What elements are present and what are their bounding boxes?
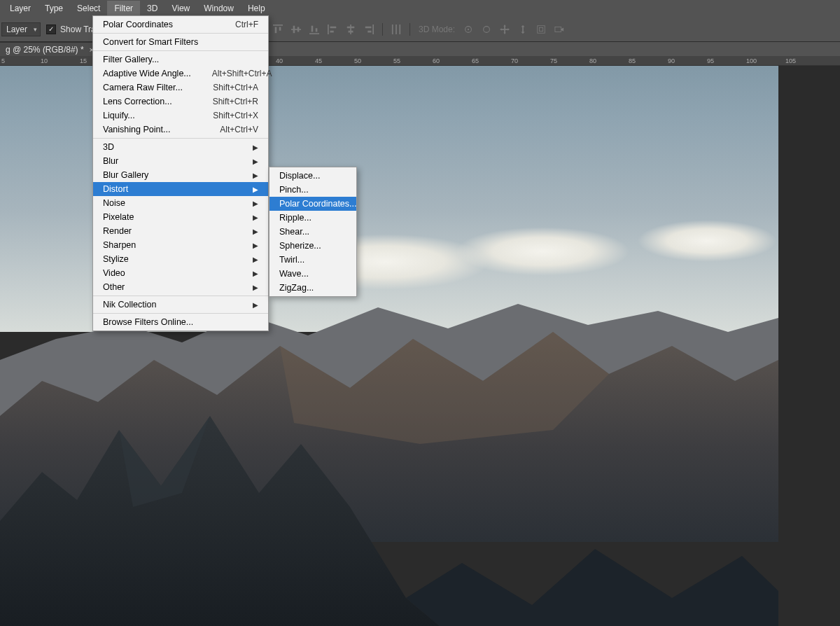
menu-item-label: Pixelate	[103, 212, 134, 222]
separator	[382, 23, 383, 36]
menu-item-browse-filters-online[interactable]: Browse Filters Online...	[93, 315, 268, 329]
distribute-icon[interactable]	[391, 25, 401, 34]
svg-rect-4	[539, 27, 542, 31]
menu-separator	[93, 138, 268, 139]
menu-item-label: Blur Gallery	[103, 170, 148, 180]
align-vcenter-icon[interactable]	[291, 25, 301, 34]
document-tab[interactable]: g @ 25% (RGB/8#) * ×	[0, 42, 102, 57]
menu-item-nik-collection[interactable]: Nik Collection▶	[93, 298, 268, 312]
mode-label: 3D Mode:	[419, 25, 455, 34]
menu-help[interactable]: Help	[241, 1, 272, 16]
ruler-tick: 40	[276, 57, 283, 64]
menu-item-camera-raw-filter[interactable]: Camera Raw Filter...Shift+Ctrl+A	[93, 81, 268, 95]
menu-item-distort[interactable]: Distort▶	[93, 182, 268, 196]
menu-view[interactable]: View	[164, 1, 197, 16]
menu-item-label: Camera Raw Filter...	[103, 83, 183, 92]
menu-item-polar-coordinates[interactable]: Polar Coordinates...	[270, 197, 356, 211]
align-top-icon[interactable]	[273, 25, 283, 34]
menu-shortcut: Shift+Ctrl+R	[213, 97, 258, 106]
menu-3d[interactable]: 3D	[140, 1, 164, 16]
menu-item-label: Displace...	[279, 171, 320, 181]
layer-dropdown-label: Layer	[6, 25, 27, 34]
submenu-arrow-icon: ▶	[253, 214, 258, 221]
menu-item-label: Shear...	[279, 227, 309, 237]
filter-menu: Polar CoordinatesCtrl+FConvert for Smart…	[92, 15, 269, 331]
menu-separator	[93, 50, 268, 51]
menu-item-label: Vanishing Point...	[103, 125, 170, 134]
svg-point-2	[484, 27, 490, 33]
menu-filter[interactable]: Filter	[107, 1, 140, 16]
submenu-arrow-icon: ▶	[253, 158, 258, 165]
roll-icon[interactable]	[482, 25, 491, 34]
menu-item-pixelate[interactable]: Pixelate▶	[93, 210, 268, 224]
ruler-tick: 15	[80, 57, 87, 64]
align-left-icon[interactable]	[328, 25, 337, 34]
menu-shortcut: Shift+Ctrl+X	[213, 111, 258, 120]
slide-icon[interactable]	[518, 25, 528, 34]
menu-window[interactable]: Window	[197, 1, 241, 16]
alignment-icons-group: 3D Mode:	[273, 17, 564, 42]
align-hcenter-icon[interactable]	[346, 25, 356, 34]
pan-icon[interactable]	[500, 25, 510, 34]
menu-item-label: Render	[103, 226, 132, 236]
layer-dropdown[interactable]: Layer	[1, 22, 41, 36]
menu-item-displace[interactable]: Displace...	[270, 169, 356, 183]
menu-item-liquify[interactable]: Liquify...Shift+Ctrl+X	[93, 109, 268, 123]
menu-item-label: Twirl...	[279, 255, 304, 265]
menu-item-twirl[interactable]: Twirl...	[270, 253, 356, 267]
menu-layer[interactable]: Layer	[3, 1, 38, 16]
menu-item-sharpen[interactable]: Sharpen▶	[93, 238, 268, 252]
ruler-tick: 80	[589, 57, 596, 64]
menu-item-stylize[interactable]: Stylize▶	[93, 252, 268, 266]
menu-item-label: Convert for Smart Filters	[103, 37, 198, 47]
menu-item-shear[interactable]: Shear...	[270, 225, 356, 239]
menu-type[interactable]: Type	[38, 1, 70, 16]
menu-item-other[interactable]: Other▶	[93, 280, 268, 294]
align-bottom-icon[interactable]	[309, 25, 319, 34]
menu-item-vanishing-point[interactable]: Vanishing Point...Alt+Ctrl+V	[93, 123, 268, 137]
submenu-arrow-icon: ▶	[253, 301, 258, 309]
submenu-arrow-icon: ▶	[253, 200, 258, 207]
menu-item-label: Polar Coordinates...	[279, 199, 356, 209]
ruler-tick: 75	[550, 57, 557, 64]
distort-submenu: Displace...Pinch...Polar Coordinates...R…	[269, 167, 357, 297]
menu-shortcut: Ctrl+F	[235, 20, 258, 29]
menu-item-pinch[interactable]: Pinch...	[270, 183, 356, 197]
menu-item-label: Nik Collection	[103, 300, 156, 309]
menu-item-adaptive-wide-angle[interactable]: Adaptive Wide Angle...Alt+Shift+Ctrl+A	[93, 67, 268, 81]
scale-icon[interactable]	[536, 25, 546, 34]
menu-item-noise[interactable]: Noise▶	[93, 196, 268, 210]
ruler-tick: 65	[472, 57, 479, 64]
menu-item-label: Lens Correction...	[103, 97, 172, 106]
menu-item-label: 3D	[103, 142, 114, 152]
menu-item-render[interactable]: Render▶	[93, 224, 268, 238]
menu-select[interactable]: Select	[70, 1, 107, 16]
checkbox-checked-icon: ✓	[46, 25, 56, 34]
menu-item-label: Noise	[103, 198, 125, 208]
svg-rect-5	[555, 27, 561, 32]
orbit-icon[interactable]	[463, 25, 473, 34]
menu-item-wave[interactable]: Wave...	[270, 267, 356, 281]
menu-item-3d[interactable]: 3D▶	[93, 140, 268, 154]
menu-item-polar-coordinates[interactable]: Polar CoordinatesCtrl+F	[93, 18, 268, 32]
menu-item-blur[interactable]: Blur▶	[93, 154, 268, 168]
menu-item-video[interactable]: Video▶	[93, 266, 268, 280]
ruler-tick: 45	[315, 57, 322, 64]
ruler-tick: 85	[629, 57, 636, 64]
menu-item-blur-gallery[interactable]: Blur Gallery▶	[93, 168, 268, 182]
menu-shortcut: Alt+Shift+Ctrl+A	[212, 69, 272, 78]
menu-item-label: Distort	[103, 184, 128, 194]
ruler-tick: 100	[746, 57, 757, 64]
camera-icon[interactable]	[554, 25, 564, 34]
menu-item-filter-gallery[interactable]: Filter Gallery...	[93, 53, 268, 67]
svg-point-1	[468, 29, 469, 30]
menu-item-lens-correction[interactable]: Lens Correction...Shift+Ctrl+R	[93, 95, 268, 109]
ruler-tick: 10	[41, 57, 48, 64]
menu-item-spherize[interactable]: Spherize...	[270, 239, 356, 253]
menu-item-ripple[interactable]: Ripple...	[270, 211, 356, 225]
submenu-arrow-icon: ▶	[253, 228, 258, 235]
align-right-icon[interactable]	[364, 25, 374, 34]
menu-item-zigzag[interactable]: ZigZag...	[270, 281, 356, 295]
ruler-tick: 60	[433, 57, 440, 64]
menu-item-convert-for-smart-filters[interactable]: Convert for Smart Filters	[93, 35, 268, 49]
